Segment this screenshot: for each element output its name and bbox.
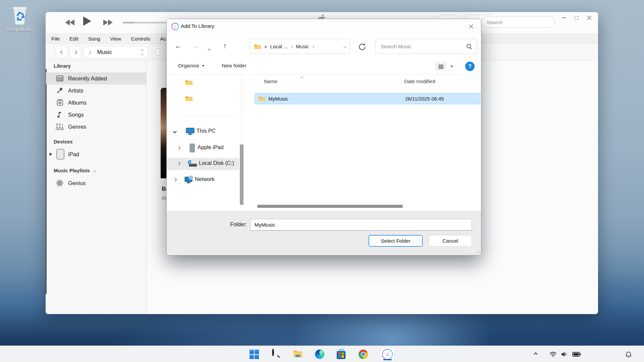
file-row-mymusic[interactable]: MyMusic 26/11/2025 06:45 [255, 93, 480, 104]
device-button[interactable] [152, 46, 163, 58]
folder-name-input[interactable] [250, 219, 472, 231]
new-folder-button[interactable]: New folder [222, 63, 247, 69]
address-dropdown-icon[interactable] [343, 45, 346, 48]
taskbar-edge-button[interactable] [315, 350, 324, 359]
chevron-right-icon[interactable] [173, 178, 177, 181]
folder-icon[interactable] [185, 96, 193, 102]
minimize-button[interactable] [558, 13, 570, 22]
itunes-search-input[interactable] [482, 16, 555, 28]
nav-up-button[interactable]: ↑ [223, 42, 227, 50]
maximize-button[interactable] [571, 13, 582, 22]
playlists-heading[interactable]: Music Playlists [54, 168, 96, 173]
chevron-right-icon[interactable] [177, 162, 180, 165]
back-button[interactable] [56, 46, 68, 58]
taskbar-file-explorer-button[interactable] [293, 350, 303, 359]
apple-ipad-icon [190, 143, 195, 153]
taskbar-search-button[interactable] [271, 350, 281, 359]
chevron-right-icon [73, 50, 77, 54]
tree-item-this-pc[interactable]: This PC [167, 126, 239, 138]
menu-file[interactable]: File [51, 36, 60, 42]
forward-button[interactable] [69, 46, 82, 58]
column-divider[interactable] [401, 77, 401, 86]
network-icon [184, 175, 194, 184]
previous-track-button[interactable] [65, 19, 74, 25]
folder-label: Folder: [207, 222, 247, 228]
taskbar-start-button[interactable] [250, 350, 259, 359]
menu-view[interactable]: View [110, 36, 121, 42]
menu-song[interactable]: Song [88, 36, 100, 42]
recycle-bin[interactable]: Recycle Bin [5, 4, 35, 32]
tree-item-network[interactable]: Network [167, 174, 239, 186]
folder-icon [254, 44, 261, 50]
resize-grip[interactable] [476, 250, 479, 253]
sidebar-item-ipad[interactable]: iPad [46, 147, 146, 162]
column-name[interactable]: Name [264, 78, 277, 84]
chevron-right-icon[interactable] [177, 146, 180, 149]
scrollbar-thumb[interactable] [240, 144, 244, 205]
cancel-button[interactable]: Cancel [429, 235, 472, 247]
dialog-titlebar[interactable]: ♫ Add To Library [167, 19, 481, 34]
breadcrumb-collapse[interactable]: « [264, 44, 267, 49]
itunes-sidebar: Library Recently Added Artists Albums [46, 60, 147, 314]
horizontal-scrollbar-thumb[interactable] [257, 205, 403, 208]
music-note-icon: ♪ [89, 49, 92, 56]
chevron-right-icon[interactable] [312, 45, 314, 48]
breadcrumb-current[interactable]: Music [296, 44, 309, 49]
itunes-app-icon: ♫ [171, 23, 179, 30]
refresh-icon[interactable] [358, 43, 367, 51]
sidebar-item-artists[interactable]: Artists [46, 84, 146, 97]
sidebar-item-albums[interactable]: Albums [46, 97, 146, 109]
wifi-icon[interactable] [549, 346, 557, 362]
folder-icon[interactable] [185, 79, 193, 85]
albums-icon [56, 99, 64, 107]
this-pc-icon [186, 127, 195, 135]
next-track-button[interactable] [103, 19, 113, 25]
close-icon [469, 24, 474, 29]
chevron-down-icon[interactable] [173, 129, 176, 133]
breadcrumb[interactable]: « Local ... Music [250, 39, 350, 54]
sidebar-item-genius[interactable]: Genius [46, 177, 146, 189]
nav-forward-button: → [192, 42, 199, 50]
file-list: Name Date modified MyMusic 26/11/2025 06… [247, 75, 481, 212]
menu-controls[interactable]: Controls [131, 36, 150, 42]
dialog-close-button[interactable] [464, 21, 478, 32]
breadcrumb-root[interactable]: Local ... [270, 44, 288, 49]
column-date-modified[interactable]: Date modified [404, 78, 435, 84]
help-button[interactable]: ? [465, 62, 475, 71]
dialog-search-input[interactable] [376, 39, 477, 54]
notifications-bell-icon[interactable] [625, 346, 632, 362]
close-button[interactable] [584, 13, 595, 22]
microsoft-store-icon [337, 351, 345, 359]
view-options-button[interactable] [435, 62, 453, 71]
sidebar-item-recently-added[interactable]: Recently Added [46, 72, 146, 84]
genius-icon [56, 179, 64, 187]
volume-icon[interactable] [561, 346, 568, 362]
search-icon [272, 349, 274, 356]
sidebar-item-genres[interactable]: Genres [46, 121, 146, 133]
organise-button[interactable]: Organise [178, 63, 205, 69]
dialog-search-box[interactable] [375, 39, 477, 54]
expander-icon[interactable] [50, 153, 52, 156]
songs-icon [56, 111, 64, 119]
play-button[interactable] [83, 16, 91, 26]
nav-back-button[interactable]: ← [175, 42, 182, 50]
taskbar-itunes-button[interactable]: ♫ [380, 347, 394, 361]
media-type-selector[interactable]: ♪ Music [84, 46, 148, 58]
select-folder-button[interactable]: Select Folder [369, 235, 423, 247]
menu-edit[interactable]: Edit [69, 36, 78, 42]
chevron-right-icon[interactable] [290, 45, 293, 48]
windows-logo-icon [250, 350, 259, 359]
device-icon [155, 48, 160, 56]
tree-scrollbar[interactable] [240, 75, 244, 212]
battery-icon[interactable] [572, 346, 581, 362]
tree-item-local-disk[interactable]: Local Disk (C:) [167, 158, 239, 170]
file-name: MyMusic [268, 96, 288, 102]
itunes-search-field[interactable] [482, 16, 555, 28]
taskbar-microsoft-store-button[interactable] [337, 350, 346, 359]
tray-show-hidden-icons[interactable] [534, 346, 537, 362]
taskbar-chrome-button[interactable] [359, 350, 368, 359]
folder-name-field[interactable] [250, 219, 472, 231]
sidebar-item-songs[interactable]: Songs [46, 109, 146, 121]
recent-locations-button[interactable] [208, 45, 210, 51]
tree-item-apple-ipad[interactable]: Apple iPad [167, 142, 239, 154]
